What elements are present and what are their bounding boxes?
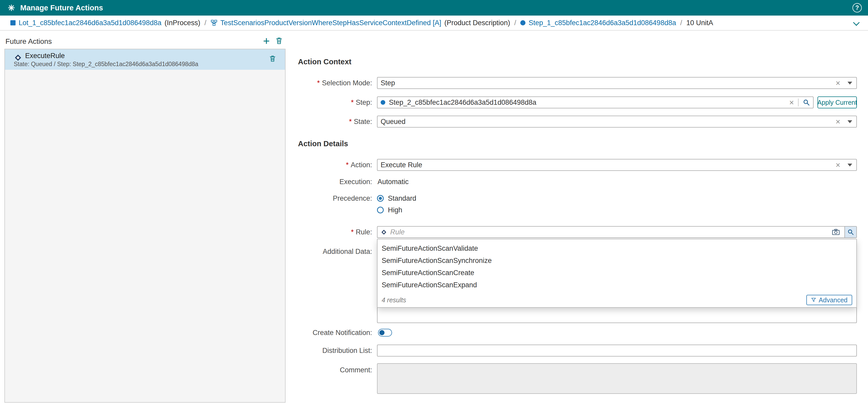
quantity-text: 10 UnitA (686, 19, 713, 27)
dropdown-caret-icon[interactable] (847, 164, 852, 167)
search-icon[interactable] (844, 227, 856, 237)
action-select[interactable]: Execute Rule × (377, 159, 857, 171)
rule-option[interactable]: SemiFutureActionScanSynchronize (377, 255, 856, 267)
execute-rule-diamond-icon (15, 54, 21, 61)
divider (798, 98, 799, 106)
clear-icon[interactable]: × (836, 161, 840, 169)
future-action-subtitle: State: Queued / Step: Step_2_c85bfec1ac2… (14, 61, 198, 68)
create-notification-toggle[interactable] (378, 329, 392, 336)
state-select[interactable]: Queued × (377, 116, 857, 127)
radio-icon[interactable] (377, 195, 384, 202)
rule-option[interactable]: SemiFutureActionScanCreate (377, 267, 856, 279)
step-input[interactable]: Step_2_c85bfec1ac2846d6a3a5d1d086498d8a … (377, 96, 814, 108)
required-marker: * (351, 228, 354, 236)
step-value: Step_2_c85bfec1ac2846d6a3a5d1d086498d8a (389, 98, 536, 107)
trash-icon[interactable] (269, 55, 276, 63)
radio-icon[interactable] (377, 207, 384, 213)
rule-diamond-icon (381, 230, 386, 234)
action-value: Execute Rule (381, 161, 422, 169)
breadcrumb-separator: / (680, 19, 682, 27)
lot-icon (10, 20, 16, 25)
app-header: Manage Future Actions ? (0, 0, 868, 16)
required-marker: * (349, 118, 352, 125)
breadcrumb-separator: / (205, 19, 207, 27)
help-icon[interactable]: ? (852, 3, 862, 12)
precedence-option-standard[interactable]: Standard (377, 193, 416, 204)
radio-label: High (388, 206, 402, 214)
breadcrumb-lot-link[interactable]: Lot_1_c85bfec1ac2846d6a3a5d1d086498d8a (19, 19, 161, 27)
toggle-knob (379, 330, 384, 335)
camera-icon[interactable] (832, 229, 840, 235)
dropdown-caret-icon[interactable] (847, 82, 852, 85)
comment-label: Comment: (233, 364, 372, 376)
results-count: 4 results (382, 296, 406, 304)
precedence-label: Precedence: (233, 193, 372, 204)
rule-placeholder: Rule (390, 228, 405, 236)
future-actions-title: Future Actions (5, 38, 52, 46)
required-marker: * (346, 161, 349, 169)
advanced-button[interactable]: Advanced (806, 295, 852, 305)
precedence-option-high[interactable]: High (377, 204, 402, 216)
execution-label: Execution: (233, 176, 372, 188)
rule-results-dropdown: SemiFutureActionScanValidate SemiFutureA… (377, 239, 857, 308)
search-icon[interactable] (803, 99, 810, 106)
action-label: *Action: (233, 159, 372, 171)
rule-input[interactable]: Rule (377, 226, 857, 238)
step-label: *Step: (233, 96, 372, 108)
future-action-title: ExecuteRule (25, 52, 65, 60)
action-details-heading: Action Details (298, 140, 348, 148)
lot-state-text: (InProcess) (164, 19, 200, 27)
distribution-list-label: Distribution List: (233, 345, 372, 356)
selection-mode-label: *Selection Mode: (233, 77, 372, 89)
delete-action-icon[interactable] (275, 37, 283, 46)
distribution-list-input[interactable] (377, 345, 857, 356)
collapse-chevron-icon[interactable] (853, 19, 860, 26)
comment-textarea[interactable] (377, 363, 857, 394)
clear-icon[interactable]: × (836, 118, 840, 126)
state-label: *State: (233, 116, 372, 127)
breadcrumb-step-link[interactable]: Step_1_c85bfec1ac2846d6a3a5d1d086498d8a (529, 19, 676, 27)
breadcrumb: Lot_1_c85bfec1ac2846d6a3a5d1d086498d8a (… (0, 16, 868, 31)
rule-label: *Rule: (233, 226, 372, 238)
rule-option[interactable]: SemiFutureActionScanExpand (377, 279, 856, 291)
action-context-heading: Action Context (298, 58, 351, 66)
required-marker: * (317, 79, 320, 87)
breadcrumb-product-link[interactable]: TestScenariosProductVersionWhereStepHasS… (220, 19, 441, 27)
step-dot-icon (381, 100, 385, 105)
filter-icon (811, 297, 816, 302)
page: Manage Future Actions ? Lot_1_c85bfec1ac… (0, 0, 868, 412)
advanced-button-label: Advanced (819, 296, 847, 304)
create-notification-label: Create Notification: (233, 327, 372, 339)
product-flow-icon (211, 20, 217, 26)
add-action-icon[interactable]: + (261, 35, 272, 47)
selection-mode-select[interactable]: Step × (377, 77, 857, 89)
additional-data-label: Additional Data: (233, 245, 372, 258)
required-marker: * (351, 98, 354, 106)
radio-label: Standard (388, 195, 416, 203)
dropdown-caret-icon[interactable] (847, 120, 852, 123)
app-logo-icon (8, 4, 15, 11)
breadcrumb-separator: / (514, 19, 517, 27)
help-glyph: ? (855, 4, 859, 11)
product-description-text: (Product Description) (444, 19, 510, 27)
execution-value: Automatic (377, 176, 409, 188)
apply-current-button[interactable]: Apply Current (817, 96, 857, 108)
selection-mode-value: Step (381, 79, 395, 87)
state-value: Queued (381, 118, 405, 126)
clear-icon[interactable]: × (789, 98, 794, 107)
step-dot-icon (520, 20, 525, 25)
dropdown-footer: 4 results Advanced (377, 293, 856, 307)
future-action-list-item[interactable]: ExecuteRule State: Queued / Step: Step_2… (5, 49, 285, 70)
clear-icon[interactable]: × (836, 79, 840, 87)
rule-option[interactable]: SemiFutureActionScanValidate (377, 242, 856, 255)
page-title: Manage Future Actions (20, 4, 103, 12)
